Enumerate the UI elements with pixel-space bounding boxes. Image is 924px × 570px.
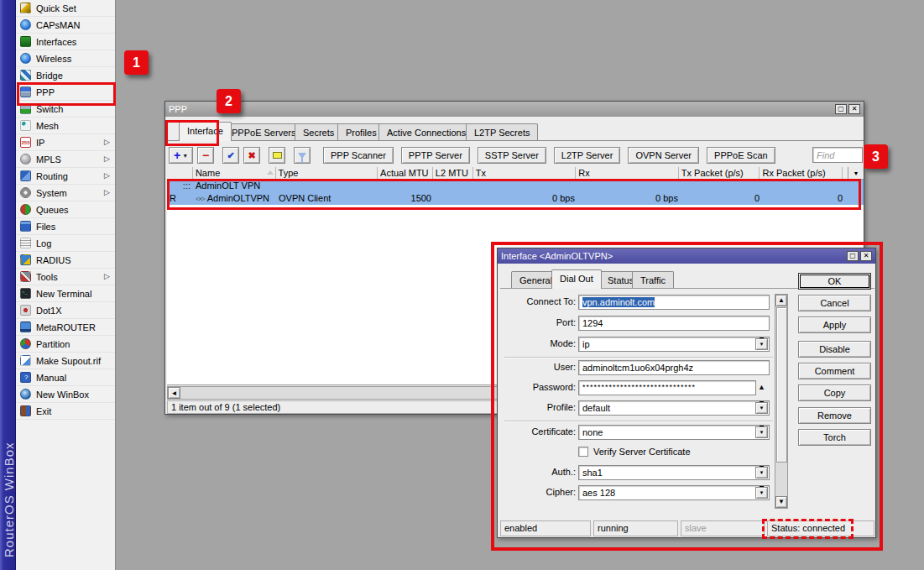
name-column-header[interactable]: Name <box>193 167 276 179</box>
sidebar-item-queues[interactable]: Queues <box>16 201 115 218</box>
filter-button[interactable] <box>294 147 311 164</box>
find-input[interactable] <box>812 147 863 163</box>
copy-button[interactable]: Copy <box>798 384 871 401</box>
auth-select[interactable]: sha1▼ <box>578 465 770 480</box>
sidebar-item-tools[interactable]: Tools▷ <box>16 269 115 285</box>
tx-column-header[interactable]: Tx <box>473 167 577 179</box>
enable-button[interactable]: ✔ <box>222 147 239 164</box>
comment-row[interactable]: ::: AdminOLT VPN <box>167 180 864 192</box>
dropdown-arrow-icon[interactable]: ▼ <box>755 426 768 438</box>
cipher-select[interactable]: aes 128▼ <box>578 485 770 500</box>
password-reveal-arrow-icon[interactable]: ▲ <box>758 383 765 391</box>
dropdown-arrow-icon[interactable]: ▼ <box>755 402 768 414</box>
ok-button[interactable]: OK <box>798 273 871 290</box>
scroll-up-icon[interactable]: ▲ <box>775 295 787 306</box>
sidebar-item-system[interactable]: System▷ <box>16 185 115 201</box>
verify-cert-checkbox[interactable] <box>578 447 588 457</box>
sidebar-item-new-terminal[interactable]: New Terminal <box>16 285 115 302</box>
sidebar-item-make-supout[interactable]: Make Supout.rif <box>16 353 115 369</box>
rx-packet-column-header[interactable]: Rx Packet (p/s) <box>760 167 843 179</box>
tab-l2tp-secrets[interactable]: L2TP Secrets <box>466 123 538 140</box>
password-input[interactable]: ****************************** <box>578 380 756 395</box>
sidebar-item-mesh[interactable]: Mesh <box>16 118 115 134</box>
password-label: Password: <box>498 382 576 392</box>
column-selector-dropdown-icon[interactable]: ▼ <box>848 167 864 179</box>
dialog-scrollbar[interactable]: ▲ ▼ <box>775 294 788 509</box>
dropdown-arrow-icon[interactable]: ▼ <box>755 338 768 350</box>
sidebar-item-log[interactable]: Log <box>16 235 115 252</box>
scroll-left-icon[interactable]: ◄ <box>168 387 180 399</box>
remove-button[interactable]: Remove <box>798 407 871 424</box>
tab-pppoe-servers[interactable]: PPPoE Servers <box>223 123 304 140</box>
sidebar-item-dot1x[interactable]: Dot1X <box>16 302 115 319</box>
port-input[interactable]: 1294 <box>578 316 770 331</box>
add-button[interactable]: +▼ <box>169 147 193 164</box>
tx-packet-column-header[interactable]: Tx Packet (p/s) <box>679 167 760 179</box>
ovpn-server-button[interactable]: OVPN Server <box>628 147 699 164</box>
comment-button[interactable] <box>269 147 285 164</box>
cancel-button[interactable]: Cancel <box>798 295 871 311</box>
l2-mtu-column-header[interactable]: L2 MTU <box>433 167 473 179</box>
sidebar-item-interfaces[interactable]: Interfaces <box>16 34 115 50</box>
apply-button[interactable]: Apply <box>798 316 871 333</box>
sidebar-item-manual[interactable]: Manual <box>16 369 115 386</box>
dialog-titlebar[interactable]: Interface <AdminOLTVPN> ▢ ✕ <box>498 248 875 264</box>
sidebar-item-exit[interactable]: Exit <box>16 403 115 420</box>
torch-button[interactable]: Torch <box>798 429 871 446</box>
scrollbar-thumb[interactable] <box>776 307 787 463</box>
scroll-down-icon[interactable]: ▼ <box>775 496 787 508</box>
ppp-window-titlebar[interactable]: PPP ▢ ✕ <box>165 102 864 117</box>
certificate-select[interactable]: none▼ <box>578 425 770 440</box>
comment-button[interactable]: Comment <box>798 363 871 379</box>
close-icon[interactable]: ✕ <box>860 251 872 261</box>
connect-to-input[interactable]: vpn.adminolt.com <box>578 295 770 310</box>
maximize-icon[interactable]: ▢ <box>835 104 847 114</box>
tab-secrets[interactable]: Secrets <box>295 123 342 140</box>
folder-icon <box>20 221 31 232</box>
ppp-scanner-button[interactable]: PPP Scanner <box>323 147 394 164</box>
sidebar-item-switch[interactable]: Switch <box>16 101 115 118</box>
tab-interface[interactable]: Interface <box>179 122 232 141</box>
remove-button[interactable]: − <box>197 147 214 164</box>
sidebar-item-routing[interactable]: Routing▷ <box>16 168 115 185</box>
type-column-header[interactable]: Type <box>276 167 378 179</box>
disable-button[interactable]: ✖ <box>243 147 260 164</box>
sidebar-item-mpls[interactable]: MPLS▷ <box>16 151 115 168</box>
exit-door-icon <box>20 405 31 416</box>
sidebar-item-partition[interactable]: Partition <box>16 336 115 353</box>
sidebar-item-files[interactable]: Files <box>16 218 115 235</box>
sidebar-item-radius[interactable]: RADIUS <box>16 252 115 269</box>
sidebar-item-metarouter[interactable]: MetaROUTER <box>16 319 115 336</box>
book-question-icon <box>20 372 31 383</box>
sstp-server-button[interactable]: SSTP Server <box>478 147 546 164</box>
sidebar-item-ip[interactable]: IP▷ <box>16 134 115 151</box>
bridge-arrows-icon <box>20 70 31 81</box>
actual-mtu-column-header[interactable]: Actual MTU <box>378 167 433 179</box>
sidebar-item-bridge[interactable]: Bridge <box>16 67 115 84</box>
table-header: Name Type Actual MTU L2 MTU Tx Rx Tx Pac… <box>167 167 864 180</box>
sidebar-item-wireless[interactable]: Wireless <box>16 50 115 67</box>
pppoe-scan-button[interactable]: PPPoE Scan <box>707 147 775 164</box>
sidebar-item-new-winbox[interactable]: New WinBox <box>16 386 115 403</box>
sidebar-item-quick-set[interactable]: Quick Set <box>16 0 115 17</box>
pptp-server-button[interactable]: PPTP Server <box>401 147 470 164</box>
disable-button[interactable]: Disable <box>798 341 871 358</box>
mode-select[interactable]: ip▼ <box>578 337 770 352</box>
flag-column-header[interactable] <box>167 167 193 179</box>
profile-select[interactable]: default▼ <box>578 400 770 416</box>
close-icon[interactable]: ✕ <box>848 104 860 114</box>
tab-active-connections[interactable]: Active Connections <box>378 123 474 140</box>
table-row[interactable]: R <•>AdminOLTVPN OVPN Client 1500 0 bps … <box>167 192 864 205</box>
user-input[interactable]: adminoltcm1uo6x04prgh4z <box>578 360 770 375</box>
sidebar-item-label: RADIUS <box>36 255 71 265</box>
rx-column-header[interactable]: Rx <box>576 167 679 179</box>
dropdown-arrow-icon[interactable]: ▼ <box>755 467 768 478</box>
sidebar-item-ppp[interactable]: PPP <box>16 84 115 101</box>
tab-dial-out[interactable]: Dial Out <box>551 269 602 289</box>
dropdown-arrow-icon[interactable]: ▼ <box>755 487 768 499</box>
sidebar-item-capsman[interactable]: CAPsMAN <box>16 17 115 34</box>
tab-traffic[interactable]: Traffic <box>632 271 674 288</box>
maximize-icon[interactable]: ▢ <box>847 251 859 261</box>
l2tp-server-button[interactable]: L2TP Server <box>554 147 621 164</box>
magic-wand-icon <box>20 3 31 13</box>
